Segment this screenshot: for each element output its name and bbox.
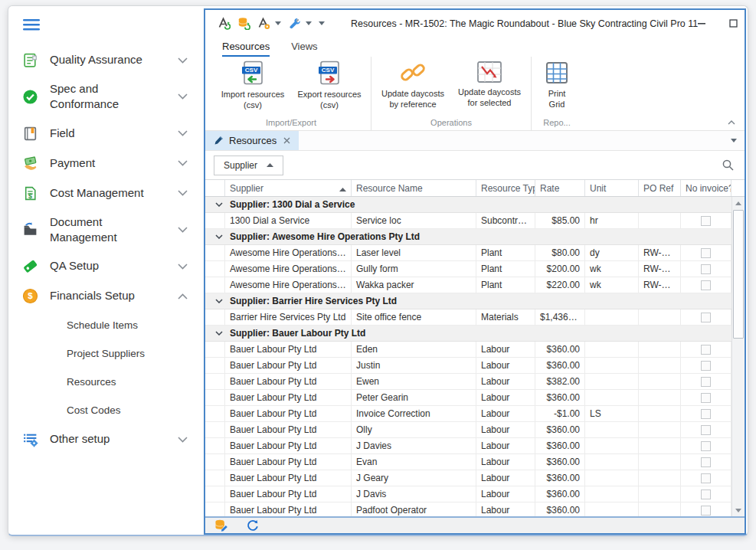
column-header-po-ref[interactable]: PO Ref bbox=[639, 180, 681, 196]
unit-cell[interactable] bbox=[585, 390, 639, 405]
po-ref-cell[interactable] bbox=[639, 213, 681, 228]
rate-cell[interactable]: $200.00 bbox=[535, 261, 585, 277]
resource-row[interactable]: Awesome Hire Operations Pty LtdWakka pac… bbox=[205, 277, 731, 293]
no-invoice-checkbox[interactable] bbox=[701, 377, 711, 387]
no-invoice-checkbox[interactable] bbox=[701, 361, 711, 371]
maximize-icon[interactable] bbox=[729, 19, 738, 28]
sidebar-subitem-resources[interactable]: Resources bbox=[22, 368, 205, 396]
resource-type-cell[interactable]: Plant bbox=[476, 261, 535, 277]
resource-row[interactable]: Bauer Labour Pty LtdJ DavisLabour$360.00 bbox=[205, 486, 731, 503]
tab-close-icon[interactable] bbox=[283, 137, 290, 144]
resource-type-cell[interactable]: Subcontract bbox=[476, 213, 535, 228]
resource-type-cell[interactable]: Labour bbox=[476, 422, 535, 437]
po-ref-cell[interactable] bbox=[639, 406, 681, 421]
resource-name-cell[interactable]: Peter Gearin bbox=[352, 390, 476, 405]
rate-cell[interactable]: $85.00 bbox=[535, 213, 585, 228]
resource-row[interactable]: Barrier Hire Services Pty LtdSite office… bbox=[205, 309, 731, 326]
supplier-cell[interactable]: Bauer Labour Pty Ltd bbox=[225, 406, 352, 421]
user-gear-icon[interactable] bbox=[257, 17, 270, 30]
ribbon-tab-resources[interactable]: Resources bbox=[222, 41, 270, 57]
resource-name-cell[interactable]: Padfoot Operator bbox=[352, 503, 476, 516]
minimize-icon[interactable] bbox=[698, 19, 706, 28]
resource-name-cell[interactable]: Laser level bbox=[352, 245, 476, 260]
no-invoice-checkbox[interactable] bbox=[701, 248, 711, 258]
rate-cell[interactable]: $360.00 bbox=[535, 503, 585, 516]
sidebar-subitem-schedule-items[interactable]: Schedule Items bbox=[22, 311, 205, 339]
po-ref-cell[interactable]: RW-1--0... bbox=[639, 245, 681, 260]
supplier-cell[interactable]: Awesome Hire Operations Pty Ltd bbox=[225, 245, 352, 260]
resource-type-cell[interactable]: Labour bbox=[476, 486, 535, 502]
supplier-cell[interactable]: Bauer Labour Pty Ltd bbox=[225, 486, 352, 502]
sidebar-item-qa-setup[interactable]: QA Setup bbox=[22, 251, 205, 281]
po-ref-cell[interactable] bbox=[639, 470, 681, 486]
no-invoice-checkbox[interactable] bbox=[701, 280, 711, 290]
resource-type-cell[interactable]: Labour bbox=[476, 438, 535, 453]
supplier-cell[interactable]: Barrier Hire Services Pty Ltd bbox=[225, 309, 352, 325]
rate-cell[interactable]: $80.00 bbox=[535, 245, 585, 260]
resource-name-cell[interactable]: Olly bbox=[352, 422, 476, 437]
column-header-resource-type[interactable]: Resource Type bbox=[476, 180, 535, 196]
sidebar-item-document-management[interactable]: Document Management bbox=[22, 208, 205, 252]
no-invoice-checkbox[interactable] bbox=[701, 345, 711, 355]
resource-row[interactable]: Awesome Hire Operations Pty LtdLaser lev… bbox=[205, 245, 731, 261]
unit-cell[interactable] bbox=[585, 309, 639, 325]
unit-cell[interactable] bbox=[585, 486, 639, 502]
tab-resources[interactable]: Resources bbox=[205, 131, 299, 150]
unit-cell[interactable] bbox=[585, 438, 639, 453]
export-resources-csv-button[interactable]: CSVExport resources (csv) bbox=[291, 57, 368, 111]
rate-cell[interactable]: -$1.00 bbox=[535, 406, 585, 421]
resource-type-cell[interactable]: Labour bbox=[476, 503, 535, 516]
no-invoice-checkbox[interactable] bbox=[701, 441, 711, 451]
po-ref-cell[interactable] bbox=[639, 438, 681, 453]
supplier-cell[interactable]: Bauer Labour Pty Ltd bbox=[225, 374, 352, 389]
no-invoice-checkbox[interactable] bbox=[701, 393, 711, 403]
resource-name-cell[interactable]: Ewen bbox=[352, 374, 476, 389]
po-ref-cell[interactable] bbox=[639, 486, 681, 502]
po-ref-cell[interactable]: RW-1--0... bbox=[639, 261, 681, 277]
supplier-cell[interactable]: Awesome Hire Operations Pty Ltd bbox=[225, 277, 352, 293]
supplier-cell[interactable]: Bauer Labour Pty Ltd bbox=[225, 390, 352, 405]
unit-cell[interactable] bbox=[585, 342, 639, 357]
resource-type-cell[interactable]: Materials bbox=[476, 309, 535, 325]
update-daycosts-for-selected-button[interactable]: Update daycosts for selected bbox=[451, 57, 528, 109]
no-invoice-checkbox[interactable] bbox=[701, 489, 711, 499]
resource-row[interactable]: Bauer Labour Pty LtdPadfoot OperatorLabo… bbox=[205, 503, 731, 516]
scroll-down-icon[interactable] bbox=[732, 504, 745, 516]
database-edit-icon[interactable] bbox=[214, 519, 228, 532]
no-invoice-checkbox[interactable] bbox=[701, 313, 711, 322]
no-invoice-checkbox[interactable] bbox=[701, 425, 711, 435]
po-ref-cell[interactable] bbox=[639, 342, 681, 357]
supplier-cell[interactable]: Bauer Labour Pty Ltd bbox=[225, 422, 352, 437]
rate-cell[interactable]: $360.00 bbox=[535, 454, 585, 470]
group-row[interactable]: Supplier: Barrier Hire Services Pty Ltd bbox=[205, 293, 731, 309]
group-row[interactable]: Supplier: 1300 Dial a Service bbox=[205, 197, 731, 213]
tab-list-dropdown-icon[interactable] bbox=[731, 139, 737, 142]
resource-type-cell[interactable]: Labour bbox=[476, 358, 535, 373]
resource-name-cell[interactable]: Justin bbox=[352, 358, 476, 373]
supplier-cell[interactable]: Bauer Labour Pty Ltd bbox=[225, 470, 352, 486]
resource-name-cell[interactable]: Service loc bbox=[352, 213, 476, 228]
resource-name-cell[interactable]: J Davis bbox=[352, 486, 476, 502]
rate-cell[interactable]: $1,436.00 bbox=[535, 309, 585, 325]
sidebar-item-field[interactable]: Field bbox=[22, 119, 205, 149]
no-invoice-checkbox[interactable] bbox=[701, 506, 711, 516]
scroll-up-icon[interactable] bbox=[732, 197, 745, 209]
po-ref-cell[interactable] bbox=[639, 454, 681, 470]
po-ref-cell[interactable] bbox=[639, 309, 681, 325]
unit-cell[interactable]: wk bbox=[585, 261, 639, 277]
search-icon[interactable] bbox=[722, 159, 735, 172]
po-ref-cell[interactable] bbox=[639, 503, 681, 516]
rate-cell[interactable]: $360.00 bbox=[535, 342, 585, 357]
unit-cell[interactable] bbox=[585, 374, 639, 389]
menu-icon[interactable] bbox=[22, 18, 41, 31]
ribbon-tab-views[interactable]: Views bbox=[291, 41, 317, 57]
resource-name-cell[interactable]: Gully form bbox=[352, 261, 476, 277]
column-header-supplier[interactable]: Supplier bbox=[225, 180, 352, 196]
resource-row[interactable]: Bauer Labour Pty LtdEwenLabour$382.00 bbox=[205, 374, 731, 390]
sidebar-item-quality-assurance[interactable]: Quality Assurance bbox=[22, 45, 205, 75]
no-invoice-checkbox[interactable] bbox=[701, 264, 711, 274]
unit-cell[interactable] bbox=[585, 454, 639, 470]
no-invoice-checkbox[interactable] bbox=[701, 409, 711, 419]
resource-row[interactable]: 1300 Dial a ServiceService locSubcontrac… bbox=[205, 213, 731, 229]
supplier-cell[interactable]: 1300 Dial a Service bbox=[225, 213, 352, 228]
